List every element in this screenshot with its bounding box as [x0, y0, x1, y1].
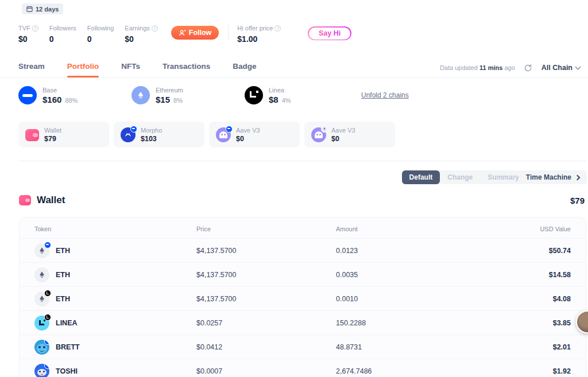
section-divider	[19, 161, 586, 161]
token-symbol: ETH	[56, 271, 70, 279]
chains-summary-row: Base $16088% Ethereum $158% Linea $84% U…	[18, 86, 409, 104]
linea-chain-badge	[44, 314, 51, 321]
segment-default[interactable]: Default	[402, 170, 440, 184]
linea-chain-badge	[44, 290, 51, 297]
chain-name: Linea	[269, 87, 291, 94]
age-badge: 12 days	[22, 3, 63, 14]
follow-button[interactable]: Follow	[171, 26, 219, 40]
token-symbol: TOSHI	[56, 367, 78, 375]
table-row: ETH $4,137.5700 0.0123 $50.74	[20, 238, 586, 262]
aave-icon	[311, 127, 326, 142]
table-row: ETH $4,137.5700 0.0035 $14.58	[20, 262, 586, 286]
stat-tvf: TVF? $0	[18, 24, 38, 44]
table-row: BRETT $0.0412 48.8731 $2.01	[20, 335, 586, 359]
stat-earnings: Earnings? $0	[125, 24, 157, 44]
time-machine-label: Time Machine	[526, 173, 571, 181]
chain-item-ethereum[interactable]: Ethereum $158%	[131, 86, 245, 104]
view-mode-segments: Default Change Summary	[402, 170, 527, 184]
base-chain-badge	[226, 126, 233, 133]
chain-value: $160	[42, 95, 61, 104]
token-amount: 0.0010	[336, 295, 553, 303]
token-price: $4,137.5700	[196, 295, 336, 303]
follow-button-label: Follow	[189, 29, 212, 37]
tab-transactions[interactable]: Transactions	[163, 62, 210, 77]
eth-token-icon	[34, 292, 49, 306]
calendar-icon	[26, 6, 33, 12]
token-usd-value: $3.85	[553, 319, 571, 327]
protocol-value: $79	[44, 135, 61, 143]
tab-badge[interactable]: Badge	[233, 62, 256, 77]
chain-value: $8	[269, 95, 278, 104]
data-updated-text: Data updated 11 mins ago	[440, 64, 515, 71]
eth-token-icon	[34, 243, 49, 258]
chevron-right-icon	[575, 174, 581, 180]
token-usd-value: $1.92	[553, 367, 571, 375]
chain-value: $15	[156, 95, 170, 104]
chain-percent: 88%	[65, 97, 78, 104]
stat-value: 0	[49, 34, 76, 44]
divider	[228, 25, 229, 40]
chain-filter-label: All Chain	[541, 64, 572, 72]
tab-portfolio[interactable]: Portfolio	[67, 62, 99, 77]
time-machine-button[interactable]: Time Machine	[519, 170, 587, 184]
stat-value: 0	[87, 34, 114, 44]
chain-percent: 4%	[282, 97, 291, 104]
info-icon[interactable]: ?	[274, 25, 281, 32]
table-row: ETH $4,137.5700 0.0010 $4.08	[20, 286, 586, 310]
say-hi-button[interactable]: Say Hi	[308, 26, 351, 40]
linea-token-icon	[34, 316, 49, 331]
stat-followers: Followers 0	[49, 24, 76, 44]
token-symbol: LINEA	[56, 319, 78, 327]
base-chain-icon	[18, 86, 37, 104]
stat-value: $1.00	[237, 34, 281, 44]
table-header-row: Token Price Amount USD Value	[20, 217, 586, 238]
age-badge-label: 12 days	[36, 6, 59, 13]
eth-token-icon	[34, 267, 49, 282]
info-icon[interactable]: ?	[152, 25, 158, 32]
column-header-token: Token	[34, 226, 196, 232]
chevron-down-icon	[575, 64, 581, 70]
info-icon[interactable]: ?	[32, 25, 38, 32]
wallet-icon	[25, 129, 39, 141]
table-row: TOSHI $0.0007 2,674.7486 $1.92	[20, 359, 586, 377]
protocol-name: Aave V3	[331, 127, 355, 134]
tab-stream[interactable]: Stream	[18, 62, 45, 77]
protocol-card-aave-base[interactable]: Aave V3 $0	[209, 122, 300, 147]
protocol-name: Aave V3	[236, 127, 260, 134]
protocol-card-aave-eth[interactable]: Aave V3 $0	[304, 122, 395, 147]
add-person-icon	[179, 29, 186, 37]
base-chain-badge	[44, 364, 49, 369]
stat-label: Hi offer price	[237, 25, 273, 32]
protocol-name: Morpho	[141, 127, 162, 134]
protocol-card-morpho[interactable]: Morpho $103	[114, 122, 204, 147]
stat-hi-offer-price: Hi offer price? $1.00	[237, 24, 281, 44]
token-symbol: ETH	[56, 247, 70, 255]
column-header-usd-value: USD Value	[540, 226, 571, 232]
token-symbol: ETH	[56, 295, 70, 303]
say-hi-label: Say Hi	[319, 29, 341, 37]
token-price: $4,137.5700	[196, 247, 336, 255]
chain-item-base[interactable]: Base $16088%	[18, 86, 131, 104]
linea-chain-icon	[245, 86, 263, 104]
chain-item-linea[interactable]: Linea $84%	[245, 86, 358, 104]
token-symbol: BRETT	[56, 343, 80, 351]
chain-filter-dropdown[interactable]: All Chain	[541, 64, 580, 72]
main-tabs: Stream Portfolio NFTs Transactions Badge	[18, 62, 257, 77]
brett-token-icon	[34, 340, 49, 355]
morpho-icon	[121, 127, 136, 142]
toshi-token-icon	[34, 364, 49, 377]
aave-icon	[216, 127, 231, 142]
protocol-card-wallet[interactable]: Wallet $79	[18, 122, 109, 147]
tab-nfts[interactable]: NFTs	[121, 62, 140, 77]
wallet-section-header: Wallet $79	[19, 195, 585, 206]
token-price: $0.0257	[196, 319, 336, 327]
token-price: $0.0412	[196, 343, 336, 351]
segment-change[interactable]: Change	[440, 170, 480, 184]
unfold-chains-link[interactable]: Unfold 2 chains	[361, 91, 409, 99]
refresh-icon[interactable]	[524, 63, 533, 72]
wallet-section-total: $79	[570, 196, 585, 205]
chain-name: Base	[42, 87, 78, 94]
ethereum-chain-badge	[321, 126, 328, 133]
token-usd-value: $4.08	[553, 295, 571, 303]
token-usd-value: $50.74	[549, 247, 571, 255]
